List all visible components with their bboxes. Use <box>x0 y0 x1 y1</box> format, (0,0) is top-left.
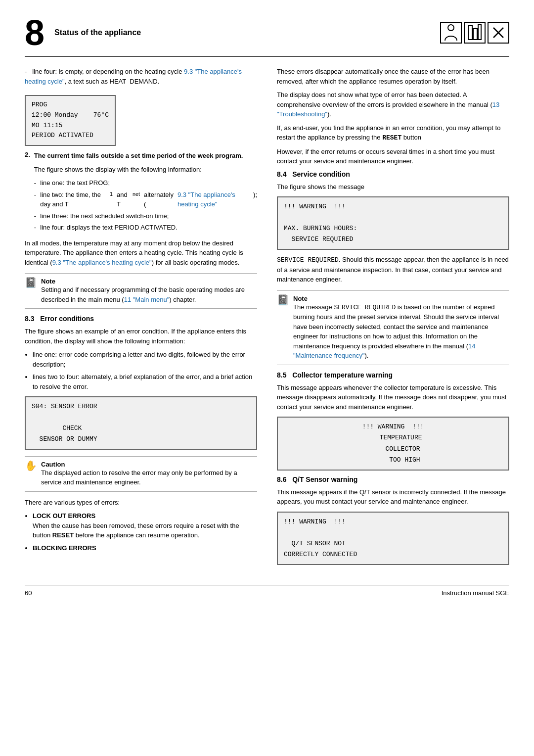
service-line-2 <box>284 212 502 223</box>
display-qt: !!! WARNING !!! Q/T SENSOR NOT CORRECTLY… <box>277 512 509 565</box>
bullet-83-1: line one: error code comprising a letter… <box>33 350 257 369</box>
qt-line-1: !!! WARNING !!! <box>284 517 502 527</box>
note-content-84: The message SERVICE REQUIRED is based on… <box>293 302 509 361</box>
service-line-3: MAX. BURNING HOURS: <box>284 223 502 234</box>
page-header: 8 Status of the appliance <box>25 15 509 57</box>
bullet-83-2: lines two to four: alternately, a brief … <box>33 372 257 391</box>
caution-icon: ✋ <box>25 461 37 471</box>
section85-intro: This message appears whenever the collec… <box>277 383 509 412</box>
qt-line-4: CORRECTLY CONNECTED <box>284 549 502 560</box>
collector-line-2: TEMPERATURE <box>284 432 502 443</box>
page-footer: 60 Instruction manual SGE <box>25 585 509 597</box>
display-collector: !!! WARNING !!! TEMPERATURE COLLECTOR TO… <box>277 417 509 470</box>
header-left: 8 Status of the appliance <box>25 15 141 50</box>
header-icons <box>440 22 509 44</box>
svg-rect-2 <box>473 29 477 40</box>
display-prog: PROG 12:00 Monday 76°C MO 11:15 PERIOD A… <box>25 95 116 146</box>
link-93b[interactable]: 9.3 "The appliance's heating cycle" <box>178 190 249 209</box>
all-modes-text: In all modes, the temperature may at any… <box>25 238 257 268</box>
error-line-3: CHECK <box>32 423 250 434</box>
section-83-heading: 8.3 Error conditions <box>25 315 257 323</box>
return-text: However, if the error returns or occurs … <box>277 147 509 166</box>
left-column: - line four: is empty, or depending on t… <box>25 67 257 570</box>
error-line-2 <box>32 412 250 423</box>
note-1: 📓 Note Setting and if necessary programm… <box>25 273 257 309</box>
page: 8 Status of the appliance <box>0 0 534 756</box>
link-11[interactable]: 11 "Main menu" <box>124 296 170 303</box>
error-type-lockout: LOCK OUT ERRORS When the cause has been … <box>33 511 257 540</box>
close-icon <box>488 22 509 44</box>
caution-label: Caution <box>41 461 257 468</box>
page-title: Status of the appliance <box>54 28 141 37</box>
item2-heading: The current time falls outside a set tim… <box>34 151 257 161</box>
link-93a[interactable]: 9.3 "The appliance's heating cycle" <box>25 68 242 85</box>
manual-title: Instruction manual SGE <box>442 589 509 597</box>
reset-word: RESET <box>382 134 401 142</box>
person-icon <box>440 22 462 44</box>
error-type-blocking: BLOCKING ERRORS <box>33 543 257 553</box>
svg-point-0 <box>448 25 454 31</box>
caution-content: The displayed action to resolve the erro… <box>41 468 257 487</box>
section84-intro: The figure shows the message <box>277 182 509 192</box>
svg-rect-3 <box>478 25 481 40</box>
note-label-1: Note <box>41 278 257 285</box>
service-line-4: SERVICE REQUIRED <box>284 234 502 245</box>
content-columns: - line four: is empty, or depending on t… <box>25 67 509 570</box>
dash-item-4: line four: displays the text PERIOD ACTI… <box>34 223 257 233</box>
restart-text: If, as end-user, you find the appliance … <box>277 123 509 143</box>
collector-line-4: TOO HIGH <box>284 455 502 466</box>
link-14[interactable]: 14 "Maintenance frequency" <box>293 342 476 360</box>
display-service: !!! WARNING !!! MAX. BURNING HOURS: SERV… <box>277 196 509 250</box>
display-error: S04: SENSOR ERROR CHECK SENSOR OR DUMMY <box>25 396 257 450</box>
dash-item-2: line two: the time, the day and T1 and T… <box>34 190 257 209</box>
chapter-number: 8 <box>25 15 44 50</box>
qt-line-2 <box>284 527 502 538</box>
qt-line-3: Q/T SENSOR NOT <box>284 538 502 549</box>
right-column: These errors disappear automatically onc… <box>277 67 509 570</box>
section-84-heading: 8.4 Service condition <box>277 170 509 178</box>
display-note-text: The display does not show what type of e… <box>277 90 509 119</box>
caution-box: ✋ Caution The displayed action to resolv… <box>25 456 257 492</box>
link-13[interactable]: 13 "Troubleshooting" <box>277 101 499 118</box>
display-line-1: PROG <box>32 100 109 110</box>
note-84: 📓 Note The message SERVICE REQUIRED is b… <box>277 290 509 365</box>
note-icon-1: 📓 <box>25 278 37 287</box>
section-86-heading: 8.6 Q/T Sensor warning <box>277 475 509 483</box>
section-85-heading: 8.5 Collector temperature warning <box>277 371 509 379</box>
collector-line-1: !!! WARNING !!! <box>284 422 502 432</box>
error-types-list: LOCK OUT ERRORS When the cause has been … <box>33 511 257 553</box>
disappear-text: These errors disappear automatically onc… <box>277 67 509 86</box>
svg-rect-1 <box>468 26 472 40</box>
dash-item-3: line three: the next scheduled switch-on… <box>34 211 257 221</box>
link-93c[interactable]: 9.3 "The appliance's heating cycle" <box>52 259 152 266</box>
error-line-1: S04: SENSOR ERROR <box>32 401 250 412</box>
note-content-1: Setting and if necessary programming of … <box>41 285 257 304</box>
collector-line-3: COLLECTOR <box>284 444 502 455</box>
settings-icon <box>464 22 486 44</box>
display-line-4: PERIOD ACTIVATED <box>32 131 109 141</box>
page-number: 60 <box>25 589 32 597</box>
item2-intro: The figure shows the display with the fo… <box>34 165 257 175</box>
section86-intro: This message appears if the Q/T sensor i… <box>277 487 509 507</box>
section83-intro: The figure shows an example of an error … <box>25 327 257 346</box>
dash-list: line one: the text PROG; line two: the t… <box>34 178 257 233</box>
item-2: 2. The current time falls outside a set … <box>25 151 257 235</box>
note-label-84: Note <box>293 295 509 302</box>
dash-item-1: line one: the text PROG; <box>34 178 257 188</box>
intro-text: - line four: is empty, or depending on t… <box>25 67 257 86</box>
display-line-3: MO 11:15 <box>32 121 109 131</box>
note-icon-84: 📓 <box>277 295 289 305</box>
errors-intro: There are various types of errors: <box>25 498 257 508</box>
service-text: SERVICE REQUIRED. Should this message ap… <box>277 255 509 284</box>
error-line-4: SENSOR OR DUMMY <box>32 434 250 445</box>
service-line-1: !!! WARNING !!! <box>284 201 502 212</box>
bullet-list-83: line one: error code comprising a letter… <box>33 350 257 391</box>
display-line-2: 12:00 Monday 76°C <box>32 110 109 121</box>
